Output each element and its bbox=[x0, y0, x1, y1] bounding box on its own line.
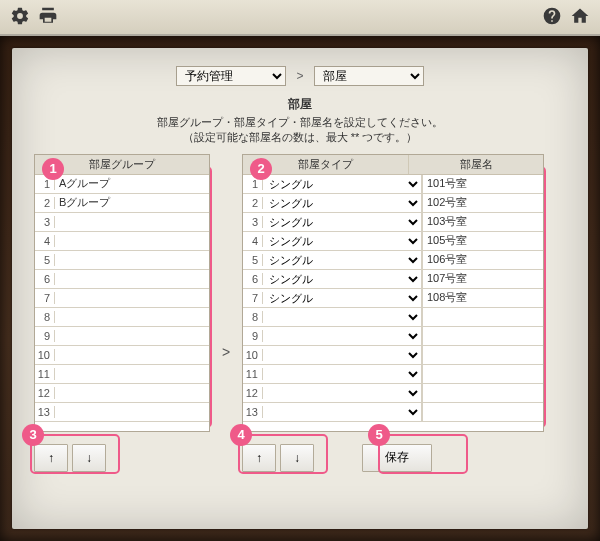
row-number: 13 bbox=[243, 406, 263, 418]
room-type-select[interactable]: シングル bbox=[263, 213, 422, 231]
room-type-select[interactable]: シングル bbox=[263, 232, 422, 250]
table-row[interactable]: 4 bbox=[35, 232, 209, 251]
room-type-select[interactable]: シングル bbox=[263, 175, 422, 193]
row-number: 5 bbox=[243, 254, 263, 266]
table-row[interactable]: 5シングル106号室 bbox=[243, 251, 543, 270]
room-type-select[interactable] bbox=[263, 308, 422, 326]
table-row[interactable]: 4シングル105号室 bbox=[243, 232, 543, 251]
row-number: 5 bbox=[35, 254, 55, 266]
room-type-column: 2 部屋タイプ 部屋名 1シングル101号室2シングル102号室3シングル103… bbox=[242, 154, 544, 472]
room-group-body[interactable]: 1Aグループ2Bグループ345678910111213 bbox=[35, 175, 209, 431]
table-row[interactable]: 8 bbox=[35, 308, 209, 327]
room-name-cell[interactable]: 102号室 bbox=[423, 195, 543, 210]
room-name-cell[interactable]: 105号室 bbox=[423, 233, 543, 248]
table-row[interactable]: 11 bbox=[243, 365, 543, 384]
help-icon[interactable] bbox=[542, 6, 562, 29]
page-title: 部屋 bbox=[34, 96, 566, 113]
column-separator: > bbox=[216, 154, 236, 430]
row-number: 11 bbox=[35, 368, 55, 380]
row-number: 3 bbox=[243, 216, 263, 228]
table-row[interactable]: 1シングル101号室 bbox=[243, 175, 543, 194]
room-move-down-button[interactable]: ↓ bbox=[280, 444, 314, 472]
row-number: 8 bbox=[35, 311, 55, 323]
table-row[interactable]: 7 bbox=[35, 289, 209, 308]
crumb-second-select[interactable]: 部屋 bbox=[314, 66, 424, 86]
room-type-select[interactable]: シングル bbox=[263, 270, 422, 288]
table-row[interactable]: 2Bグループ bbox=[35, 194, 209, 213]
room-move-up-button[interactable]: ↑ bbox=[242, 444, 276, 472]
table-row[interactable]: 3 bbox=[35, 213, 209, 232]
row-number: 9 bbox=[35, 330, 55, 342]
room-type-header: 部屋タイプ bbox=[243, 155, 409, 174]
table-row[interactable]: 3シングル103号室 bbox=[243, 213, 543, 232]
row-number: 2 bbox=[35, 197, 55, 209]
room-type-select[interactable] bbox=[263, 365, 422, 383]
row-number: 11 bbox=[243, 368, 263, 380]
room-name-cell[interactable]: 108号室 bbox=[423, 290, 543, 305]
crumb-first-select[interactable]: 予約管理 bbox=[176, 66, 286, 86]
room-name-header: 部屋名 bbox=[409, 155, 543, 174]
table-row[interactable]: 13 bbox=[35, 403, 209, 422]
room-type-body[interactable]: 1シングル101号室2シングル102号室3シングル103号室4シングル105号室… bbox=[243, 175, 543, 431]
table-row[interactable]: 1Aグループ bbox=[35, 175, 209, 194]
table-row[interactable]: 10 bbox=[35, 346, 209, 365]
table-row[interactable]: 7シングル108号室 bbox=[243, 289, 543, 308]
room-group-cell[interactable]: Bグループ bbox=[55, 195, 209, 210]
print-icon[interactable] bbox=[38, 6, 58, 29]
table-row[interactable]: 9 bbox=[243, 327, 543, 346]
room-type-select[interactable] bbox=[263, 384, 422, 402]
row-number: 1 bbox=[35, 178, 55, 190]
row-number: 12 bbox=[243, 387, 263, 399]
row-number: 3 bbox=[35, 216, 55, 228]
room-group-cell[interactable]: Aグループ bbox=[55, 176, 209, 191]
room-name-cell[interactable]: 106号室 bbox=[423, 252, 543, 267]
room-type-select[interactable] bbox=[263, 346, 422, 364]
row-number: 10 bbox=[35, 349, 55, 361]
table-row[interactable]: 2シングル102号室 bbox=[243, 194, 543, 213]
room-group-header: 部屋グループ bbox=[35, 155, 209, 174]
room-type-select[interactable] bbox=[263, 403, 422, 421]
table-row[interactable]: 9 bbox=[35, 327, 209, 346]
row-number: 4 bbox=[35, 235, 55, 247]
group-move-up-button[interactable]: ↑ bbox=[34, 444, 68, 472]
table-row[interactable]: 12 bbox=[243, 384, 543, 403]
table-row[interactable]: 10 bbox=[243, 346, 543, 365]
row-number: 8 bbox=[243, 311, 263, 323]
table-row[interactable]: 13 bbox=[243, 403, 543, 422]
table-row[interactable]: 11 bbox=[35, 365, 209, 384]
room-type-select[interactable]: シングル bbox=[263, 251, 422, 269]
row-number: 13 bbox=[35, 406, 55, 418]
table-row[interactable]: 12 bbox=[35, 384, 209, 403]
table-row[interactable]: 6シングル107号室 bbox=[243, 270, 543, 289]
row-number: 9 bbox=[243, 330, 263, 342]
breadcrumb: 予約管理 > 部屋 bbox=[34, 66, 566, 86]
table-row[interactable]: 5 bbox=[35, 251, 209, 270]
panel: 予約管理 > 部屋 部屋 部屋グループ・部屋タイプ・部屋名を設定してください。 … bbox=[12, 48, 588, 529]
settings-icon[interactable] bbox=[10, 6, 30, 29]
row-number: 6 bbox=[35, 273, 55, 285]
row-number: 4 bbox=[243, 235, 263, 247]
room-name-cell[interactable]: 103号室 bbox=[423, 214, 543, 229]
room-group-column: 1 部屋グループ 1Aグループ2Bグループ345678910111213 3 ↑… bbox=[34, 154, 210, 472]
group-move-down-button[interactable]: ↓ bbox=[72, 444, 106, 472]
save-button[interactable]: 保存 bbox=[362, 444, 432, 472]
home-icon[interactable] bbox=[570, 6, 590, 29]
crumb-sep: > bbox=[296, 69, 303, 83]
row-number: 10 bbox=[243, 349, 263, 361]
room-type-select[interactable] bbox=[263, 327, 422, 345]
table-row[interactable]: 8 bbox=[243, 308, 543, 327]
frame: 予約管理 > 部屋 部屋 部屋グループ・部屋タイプ・部屋名を設定してください。 … bbox=[0, 36, 600, 541]
row-number: 7 bbox=[35, 292, 55, 304]
page-subtitle: 部屋グループ・部屋タイプ・部屋名を設定してください。 （設定可能な部屋名の数は、… bbox=[34, 115, 566, 146]
row-number: 2 bbox=[243, 197, 263, 209]
room-name-cell[interactable]: 107号室 bbox=[423, 271, 543, 286]
row-number: 12 bbox=[35, 387, 55, 399]
workspace: 1 部屋グループ 1Aグループ2Bグループ345678910111213 3 ↑… bbox=[34, 154, 566, 472]
row-number: 1 bbox=[243, 178, 263, 190]
room-type-select[interactable]: シングル bbox=[263, 194, 422, 212]
row-number: 7 bbox=[243, 292, 263, 304]
table-row[interactable]: 6 bbox=[35, 270, 209, 289]
room-name-cell[interactable]: 101号室 bbox=[423, 176, 543, 191]
room-type-select[interactable]: シングル bbox=[263, 289, 422, 307]
row-number: 6 bbox=[243, 273, 263, 285]
